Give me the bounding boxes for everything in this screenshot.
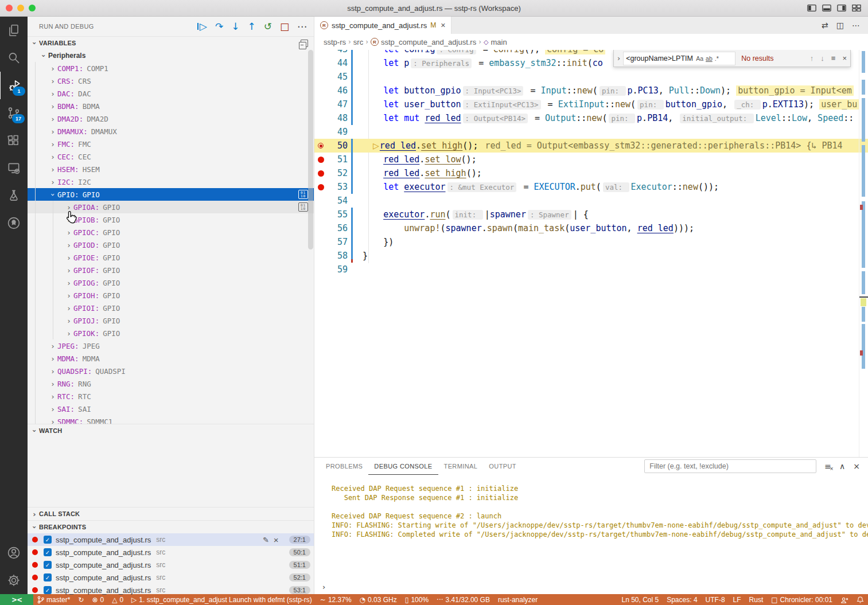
variable-row[interactable]: ›HSEM:HSEM <box>28 163 314 175</box>
close-find-icon[interactable]: × <box>842 54 847 63</box>
variable-row[interactable]: ›GPIOH:GPIO <box>28 289 314 302</box>
code-line[interactable]: 59 <box>314 263 868 276</box>
open-changes-icon[interactable]: ⇄ <box>822 21 828 30</box>
status-item-encoding[interactable]: UTF-8 <box>702 594 729 605</box>
status-item-battery[interactable]: ▯100% <box>401 594 433 605</box>
toggle-panel-icon[interactable] <box>822 4 831 12</box>
search-button[interactable] <box>0 44 28 72</box>
breakpoint-checkbox[interactable]: ✓ <box>44 573 52 581</box>
find-previous-icon[interactable]: ↑ <box>810 54 814 63</box>
breakpoint-gutter[interactable] <box>314 143 327 149</box>
more-actions-icon[interactable]: ⋯ <box>852 21 860 30</box>
status-item-chronicler[interactable]: □Chronicler: 00:01 <box>767 594 836 605</box>
match-case-icon[interactable]: Aa <box>696 55 703 62</box>
whole-word-icon[interactable]: ab <box>706 55 713 62</box>
variable-row[interactable]: ›COMP1:COMP1 <box>28 62 314 75</box>
breakpoint-checkbox[interactable]: ✓ <box>44 561 52 569</box>
variable-row[interactable]: ›CRS:CRS <box>28 75 314 87</box>
close-panel-icon[interactable]: × <box>853 462 860 471</box>
code-editor[interactable]: › Aa ab .* No results ↑↓≡× 43 let config… <box>314 50 868 457</box>
variables-root-row[interactable]: ›Peripherals <box>28 49 314 62</box>
breakpoint-gutter[interactable] <box>314 170 327 177</box>
code-line[interactable]: 46 let button_gpio: Input<PC13> = Input:… <box>314 84 868 97</box>
source-control-button[interactable]: 17 <box>0 99 28 127</box>
variable-row[interactable]: ›GPIOE:GPIO <box>28 251 314 264</box>
variable-row[interactable]: ›RNG:RNG <box>28 377 314 390</box>
breadcrumb-item[interactable]: sstp-rs <box>324 38 346 46</box>
toggle-replace-icon[interactable]: › <box>617 54 620 63</box>
customize-layout-icon[interactable] <box>852 4 861 12</box>
editor-tab[interactable]: R sstp_compute_and_adjust.rs M × <box>314 17 451 34</box>
breakpoints-section-header[interactable]: › BREAKPOINTS <box>28 520 314 533</box>
split-editor-icon[interactable]: ◫ <box>836 21 844 30</box>
binary-view-icon[interactable]: 01 10 <box>298 202 308 212</box>
run-and-debug-button[interactable]: 1 <box>0 72 28 99</box>
panel-tab-debug-console[interactable]: DEBUG CONSOLE <box>368 458 438 475</box>
toggle-primary-sidebar-icon[interactable] <box>807 4 816 12</box>
collapse-all-icon[interactable] <box>301 40 308 47</box>
breakpoint-gutter[interactable] <box>314 184 327 190</box>
maximize-panel-icon[interactable]: ∧ <box>839 462 845 471</box>
settings-gear-button[interactable] <box>0 567 28 594</box>
panel-tab-output[interactable]: OUTPUT <box>483 458 522 475</box>
console-filter-input[interactable] <box>644 459 816 473</box>
status-item-indentation[interactable]: Spaces: 4 <box>663 594 701 605</box>
watch-section-header[interactable]: › WATCH <box>28 424 314 437</box>
code-line[interactable]: 54 <box>314 194 868 208</box>
variable-row[interactable]: ›I2C:I2C <box>28 175 314 188</box>
variables-section-header[interactable]: › VARIABLES <box>28 36 314 49</box>
code-line[interactable]: 48 let mut red_led: Output<PB14> = Outpu… <box>314 111 868 125</box>
remove-breakpoint-icon[interactable]: × <box>274 535 279 545</box>
status-item-cpu-usage[interactable]: ~12.37% <box>316 594 356 605</box>
status-item-eol[interactable]: LF <box>729 594 745 605</box>
code-line[interactable]: 52 red_led.set_high(); <box>314 166 868 180</box>
variable-row[interactable]: ›GPIOC:GPIO <box>28 226 314 239</box>
continue-icon[interactable]: ▷ <box>200 22 207 32</box>
variable-row[interactable]: ›GPIOK:GPIO <box>28 327 314 339</box>
variable-row[interactable]: ›GPIOB:GPIO <box>28 213 314 226</box>
variable-row[interactable]: ›SAI:SAI <box>28 403 314 415</box>
sidebar-scrollbar[interactable] <box>308 50 313 249</box>
code-line[interactable]: 56 unwrap!(spawner.spawn(main_task(user_… <box>314 221 868 235</box>
variable-row[interactable]: ›GPIOA:GPIO01 10 <box>28 201 314 213</box>
account-button[interactable] <box>0 539 28 567</box>
toggle-secondary-sidebar-icon[interactable] <box>837 4 846 12</box>
breakpoint-row[interactable]: ✓sstp_compute_and_adjust.rssrc52:1 <box>28 571 314 584</box>
variable-row[interactable]: ›RTC:RTC <box>28 390 314 403</box>
step-into-icon[interactable]: ↓ <box>231 22 239 32</box>
variable-row[interactable]: ›GPIOI:GPIO <box>28 302 314 314</box>
breakpoint-checkbox[interactable]: ✓ <box>44 536 52 544</box>
code-line[interactable]: 51 red_led.set_low(); <box>314 153 868 166</box>
status-item-cursor-position[interactable]: Ln 50, Col 5 <box>617 594 663 605</box>
remote-explorer-button[interactable] <box>0 154 28 182</box>
breakpoint-row[interactable]: ✓sstp_compute_and_adjust.rssrc53:1 <box>28 584 314 596</box>
breakpoint-checkbox[interactable]: ✓ <box>44 548 52 556</box>
find-next-icon[interactable]: ↓ <box>820 54 824 63</box>
status-item-feedback[interactable] <box>836 594 853 605</box>
breadcrumb-item[interactable]: ◇main <box>484 38 507 46</box>
step-over-icon[interactable]: ↷ <box>215 22 223 32</box>
variable-row[interactable]: ›GPIOF:GPIO <box>28 264 314 276</box>
extensions-button[interactable] <box>0 127 28 154</box>
code-line[interactable]: 47 let user_button: ExtiInput<PC13> = Ex… <box>314 97 868 111</box>
stop-icon[interactable]: □ <box>280 22 289 32</box>
code-line[interactable]: 49 <box>314 125 868 139</box>
variable-row[interactable]: ›CEC:CEC <box>28 150 314 163</box>
testing-button[interactable] <box>0 182 28 209</box>
status-item-notifications[interactable] <box>853 594 868 605</box>
variable-row[interactable]: ›SDMMC:SDMMC1 <box>28 415 314 424</box>
panel-tab-terminal[interactable]: TERMINAL <box>438 458 484 475</box>
code-line[interactable]: 50 ▷red_led.set_high(); red_led = Output… <box>314 139 868 153</box>
breakpoint-checkbox[interactable]: ✓ <box>44 586 52 594</box>
variable-row[interactable]: ›DMA2D:DMA2D <box>28 112 314 125</box>
variable-row[interactable]: ›DAC:DAC <box>28 87 314 100</box>
code-line[interactable]: 53 let executor: &mut Executor = EXECUTO… <box>314 180 868 194</box>
overview-ruler[interactable] <box>859 50 868 457</box>
explorer-button[interactable] <box>0 17 28 44</box>
close-tab-icon[interactable]: × <box>441 21 445 30</box>
breakpoint-row[interactable]: ✓sstp_compute_and_adjust.rssrc51:1 <box>28 559 314 571</box>
restart-icon[interactable]: ↺ <box>264 22 272 32</box>
variable-row[interactable]: ›FMC:FMC <box>28 138 314 150</box>
status-item-memory[interactable]: ···3.41/32.00 GB <box>433 594 494 605</box>
variable-row[interactable]: ›GPIOJ:GPIO <box>28 314 314 327</box>
